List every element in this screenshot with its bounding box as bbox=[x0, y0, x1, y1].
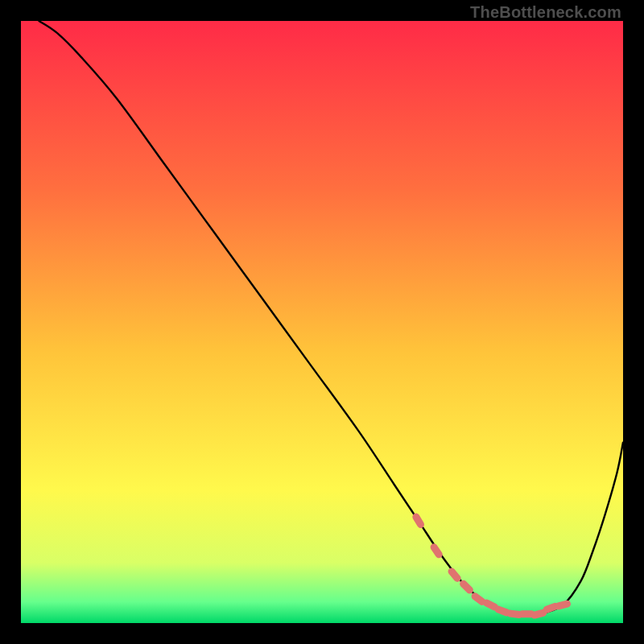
gradient-background bbox=[21, 21, 623, 623]
chart-frame bbox=[21, 21, 623, 623]
bottleneck-chart bbox=[21, 21, 623, 623]
watermark-text: TheBottleneck.com bbox=[470, 3, 621, 22]
